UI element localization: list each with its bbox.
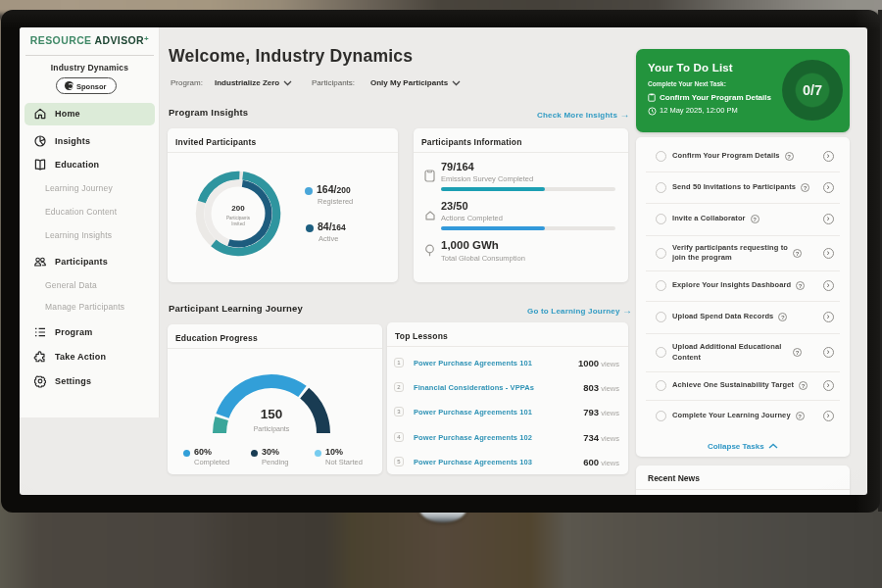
svg-text:Participants: Participants (254, 425, 290, 433)
svg-text:200: 200 (231, 204, 245, 213)
svg-text:Participants: Participants (226, 216, 251, 220)
svg-text:Invited: Invited (231, 221, 245, 226)
svg-text:150: 150 (261, 407, 283, 421)
